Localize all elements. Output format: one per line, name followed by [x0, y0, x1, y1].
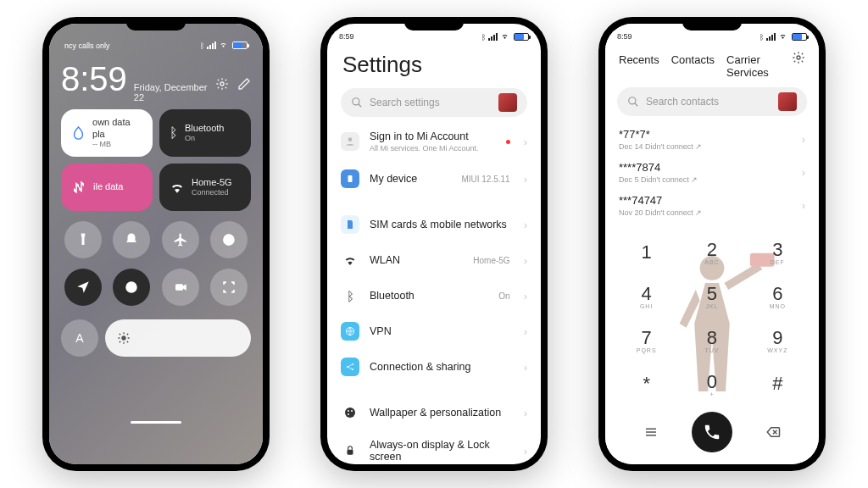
avatar[interactable] [498, 93, 517, 112]
notch [682, 19, 742, 30]
call-number: ****7874 [619, 161, 802, 174]
wlan-item[interactable]: WLAN Home-5G › [327, 242, 541, 278]
data-plan-tile[interactable]: own data pla-- MB [61, 109, 153, 157]
signal-icon [766, 33, 776, 41]
bluetooth-tile[interactable]: ᛒ BluetoothOn [159, 109, 251, 157]
signin-item[interactable]: Sign in to Mi AccountAll Mi services. On… [327, 122, 541, 161]
share-icon [341, 358, 359, 376]
item-label: Connection & sharing [370, 361, 514, 373]
rotation-lock-toggle[interactable] [113, 269, 150, 306]
backspace-icon[interactable] [756, 424, 790, 440]
item-value: MIUI 12.5.11 [461, 175, 509, 184]
vpn-item[interactable]: VPN › [327, 313, 541, 349]
recent-call-item[interactable]: *77*7*Dec 14 Didn't connect ↗› [605, 123, 819, 156]
key-4[interactable]: 4GHI [617, 276, 676, 315]
chevron-right-icon[interactable]: › [802, 199, 805, 212]
chevron-right-icon[interactable]: › [802, 166, 805, 179]
recent-call-item[interactable]: ***74747Nov 20 Didn't connect ↗› [605, 189, 819, 222]
screen-record-toggle[interactable] [162, 269, 199, 306]
wifi-tile[interactable]: Home-5GConnected [159, 164, 251, 211]
phone-dialer: 8:59 ᛒ Recents Contacts Carrier Services… [598, 17, 826, 471]
key-hash[interactable]: # [748, 364, 807, 403]
key-2[interactable]: 2ABC [682, 232, 742, 271]
location-toggle[interactable] [64, 269, 102, 306]
search-input[interactable]: Search contacts [617, 87, 807, 116]
svg-point-10 [347, 366, 348, 368]
mobile-data-tile[interactable]: ile data [61, 164, 153, 211]
notch [404, 19, 464, 30]
tab-recents[interactable]: Recents [619, 53, 659, 79]
tab-contacts[interactable]: Contacts [671, 53, 715, 79]
search-input[interactable]: Search settings [341, 88, 527, 117]
recent-call-item[interactable]: ****7874Dec 5 Didn't connect ↗› [605, 156, 819, 189]
dnd-toggle[interactable] [113, 221, 150, 258]
chevron-right-icon: › [524, 254, 527, 267]
item-sub: All Mi services. One Mi Account. [370, 144, 496, 152]
item-label: VPN [370, 325, 514, 337]
bluetooth-icon: ᛒ [760, 33, 764, 42]
chevron-right-icon: › [524, 445, 527, 458]
connection-item[interactable]: Connection & sharing › [327, 349, 541, 385]
carrier-text: ncy calls only [64, 42, 110, 50]
key-7[interactable]: 7PQRS [617, 320, 676, 359]
home-indicator[interactable] [131, 421, 181, 424]
avatar[interactable] [778, 92, 797, 111]
vpn-icon [341, 322, 359, 341]
dark-mode-toggle[interactable] [210, 221, 248, 258]
battery-icon [792, 33, 807, 41]
call-date: Dec 14 Didn't connect ↗ [619, 142, 802, 151]
chevron-right-icon: › [524, 325, 527, 338]
item-label: Bluetooth [370, 290, 488, 302]
edit-icon[interactable] [237, 77, 251, 94]
auto-brightness-toggle[interactable]: A [61, 319, 98, 357]
phone-control-center: ncy calls only ᛒ 8:59 Friday, December 2… [42, 17, 270, 471]
tile-status: Connected [192, 188, 232, 197]
chevron-right-icon: › [524, 290, 527, 302]
key-5[interactable]: 5JKL [682, 276, 742, 315]
phone-settings: 8:59 ᛒ Settings Search settings Sign in … [320, 17, 548, 471]
key-9[interactable]: 9WXYZ [748, 320, 807, 359]
chevron-right-icon: › [524, 361, 527, 374]
key-8[interactable]: 8TUV [682, 320, 742, 359]
call-button[interactable] [692, 412, 732, 452]
settings-icon[interactable] [792, 51, 805, 68]
chevron-right-icon: › [524, 136, 527, 148]
bluetooth-item[interactable]: ᛒ Bluetooth On › [327, 278, 541, 313]
item-label: My device [370, 173, 451, 185]
screenshot-toggle[interactable] [210, 269, 248, 306]
flashlight-toggle[interactable] [64, 221, 102, 258]
search-icon [351, 97, 363, 108]
svg-point-19 [629, 97, 636, 104]
key-0[interactable]: 0+ [682, 364, 742, 403]
wallpaper-item[interactable]: Wallpaper & personalization › [327, 395, 541, 430]
airplane-toggle[interactable] [162, 221, 199, 258]
item-label: Sign in to Mi Account [370, 130, 496, 142]
wifi-icon [500, 32, 509, 42]
svg-point-7 [348, 137, 353, 141]
status-time: 8:59 [339, 32, 354, 42]
key-6[interactable]: 6MNO [748, 276, 807, 315]
battery-icon [232, 42, 248, 49]
my-device-item[interactable]: My device MIUI 12.5.11 › [327, 161, 541, 197]
chevron-right-icon[interactable]: › [802, 133, 805, 146]
key-1[interactable]: 1 [617, 232, 676, 271]
key-3[interactable]: 3DEF [748, 232, 807, 271]
svg-point-12 [352, 369, 353, 370]
lockscreen-item[interactable]: Always-on display & Lock screen › [327, 430, 541, 464]
settings-icon[interactable] [215, 77, 229, 94]
tile-value: -- MB [92, 140, 142, 149]
menu-icon[interactable] [634, 424, 668, 440]
wifi-icon [341, 251, 359, 269]
sim-item[interactable]: SIM cards & mobile networks › [327, 207, 541, 242]
svg-rect-3 [131, 286, 133, 290]
search-icon [627, 96, 639, 108]
svg-point-5 [121, 336, 125, 340]
key-star[interactable]: * [617, 364, 676, 403]
brightness-slider[interactable] [105, 319, 251, 357]
call-date: Nov 20 Didn't connect ↗ [619, 208, 802, 217]
bluetooth-icon: ᛒ [200, 42, 204, 50]
svg-rect-17 [348, 450, 353, 455]
svg-point-0 [220, 82, 224, 86]
signal-icon [488, 33, 498, 41]
status-icons: ᛒ [200, 41, 248, 50]
